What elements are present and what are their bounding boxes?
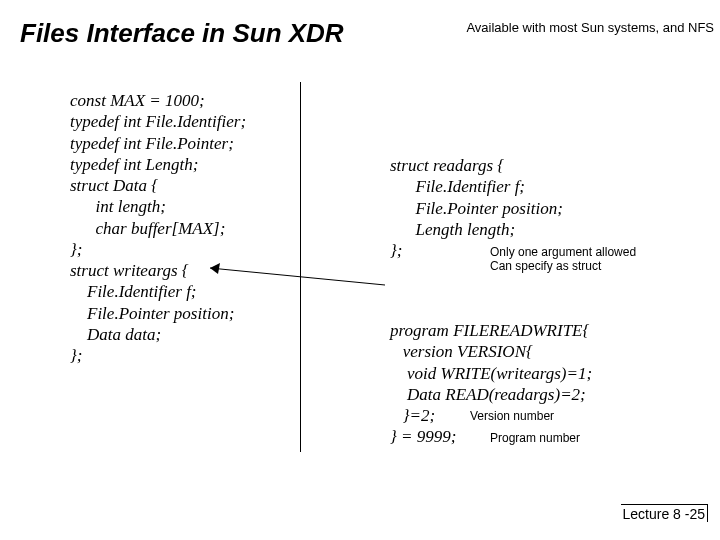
- code-line: struct writeargs {: [70, 261, 189, 280]
- code-line: typedef int Length;: [70, 155, 198, 174]
- code-line: };: [70, 240, 82, 259]
- code-line: File.Pointer position;: [70, 304, 234, 323]
- code-line: struct readargs {: [390, 156, 504, 175]
- code-line: } = 9999;: [390, 427, 456, 446]
- code-line: }=2;: [390, 406, 435, 425]
- slide-title: Files Interface in Sun XDR: [20, 18, 344, 49]
- code-line: int length;: [70, 197, 166, 216]
- code-line: Length length;: [390, 220, 515, 239]
- vertical-divider: [300, 82, 301, 452]
- left-code-block: const MAX = 1000; typedef int File.Ident…: [70, 90, 246, 366]
- code-line: };: [70, 346, 82, 365]
- code-line: Data data;: [70, 325, 161, 344]
- code-line: File.Identifier f;: [390, 177, 525, 196]
- code-line: File.Pointer position;: [390, 199, 563, 218]
- note-version-number: Version number: [470, 409, 554, 423]
- code-line: program FILEREADWRITE{: [390, 321, 589, 340]
- slide-footer: Lecture 8 -25: [621, 504, 709, 522]
- note-one-argument: Only one argument allowed Can specify as…: [490, 245, 636, 274]
- code-line: const MAX = 1000;: [70, 91, 205, 110]
- availability-note: Available with most Sun systems, and NFS: [466, 20, 714, 35]
- code-line: version VERSION{: [390, 342, 533, 361]
- code-line: struct Data {: [70, 176, 158, 195]
- right-program-block: program FILEREADWRITE{ version VERSION{ …: [390, 320, 592, 448]
- note-line: Only one argument allowed: [490, 245, 636, 259]
- code-line: typedef int File.Pointer;: [70, 134, 234, 153]
- note-program-number: Program number: [490, 431, 580, 445]
- code-line: char buffer[MAX];: [70, 219, 225, 238]
- code-line: };: [390, 241, 402, 260]
- code-line: Data READ(readargs)=2;: [390, 385, 586, 404]
- code-line: void WRITE(writeargs)=1;: [390, 364, 592, 383]
- code-line: typedef int File.Identifier;: [70, 112, 246, 131]
- code-line: File.Identifier f;: [70, 282, 197, 301]
- note-line: Can specify as struct: [490, 259, 601, 273]
